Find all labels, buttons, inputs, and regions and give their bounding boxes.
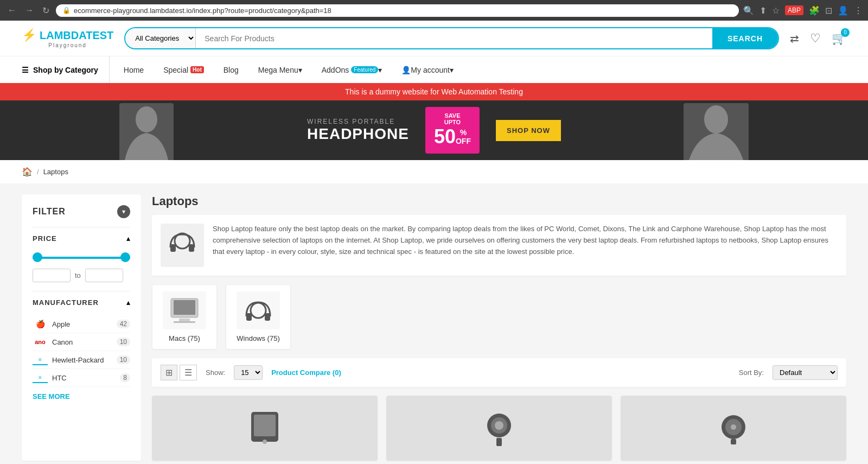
- products-toolbar: ⊞ ☰ Show: 15 Product Compare (0) Sort By…: [152, 358, 846, 387]
- product-thumb-2: [386, 396, 612, 461]
- show-select[interactable]: 15: [234, 365, 263, 380]
- banner-text: WIRELESS PORTABLE HEADPHONE: [307, 118, 409, 143]
- svg-rect-13: [254, 415, 276, 436]
- banner-sub-title: WIRELESS PORTABLE: [307, 118, 409, 125]
- manufacturer-item-htc[interactable]: ≡ HTC 8: [33, 369, 130, 387]
- search-input[interactable]: [196, 28, 712, 48]
- sidebar: FILTER ▾ PRICE ▴ 98 to 2000 MANUFACTURER…: [22, 194, 141, 461]
- price-range: 98 to 2000: [33, 252, 130, 282]
- breadcrumb-home-icon[interactable]: 🏠: [22, 167, 33, 177]
- hp-logo: ≡: [33, 354, 48, 365]
- hp-name: Hewlett-Packard: [52, 356, 104, 364]
- banner-percent-sign: %: [456, 128, 471, 137]
- content-area: Laptops Shop Laptop feature only the bes…: [141, 194, 846, 461]
- wishlist-button[interactable]: ♡: [810, 31, 821, 46]
- manufacturer-item-hp[interactable]: ≡ Hewlett-Packard 10: [33, 351, 130, 369]
- range-thumb-max[interactable]: [120, 252, 130, 262]
- manufacturer-item-apple[interactable]: 🍎 Apple 42: [33, 315, 130, 333]
- sort-select[interactable]: Default: [773, 365, 838, 380]
- browser-action-ext1[interactable]: ABP: [785, 5, 803, 15]
- shop-by-category[interactable]: ☰ Shop by Category: [22, 56, 110, 83]
- nav-special[interactable]: Special Hot: [155, 56, 213, 84]
- list-view-button[interactable]: ☰: [180, 365, 197, 380]
- hot-badge: Hot: [190, 66, 204, 73]
- windows-name: Windows (75): [237, 334, 279, 342]
- product-image-1: [243, 406, 286, 450]
- manufacturer-item-canon[interactable]: ano Canon 10: [33, 333, 130, 351]
- alert-bar: This is a dummy website for Web Automati…: [0, 83, 868, 100]
- filter-toggle-button[interactable]: ▾: [117, 205, 130, 218]
- product-compare-link[interactable]: Product Compare (0): [271, 368, 730, 377]
- macs-name: Macs (75): [169, 334, 200, 342]
- banner: WIRELESS PORTABLE HEADPHONE SAVEUPTO 50 …: [0, 100, 868, 160]
- nav-my-account[interactable]: 👤 My account ▾: [393, 56, 462, 84]
- svg-rect-22: [731, 439, 736, 444]
- logo-text: LAMBDATEST: [40, 29, 113, 42]
- product-card-3[interactable]: [621, 396, 846, 461]
- price-section-title: PRICE: [33, 234, 57, 243]
- category-image: [161, 224, 204, 267]
- svg-point-1: [704, 105, 728, 134]
- address-bar[interactable]: 🔒 ecommerce-playground.lambdatest.io/ind…: [56, 4, 739, 17]
- banner-percent: 50: [434, 125, 456, 148]
- cart-button[interactable]: 🛒 0: [832, 31, 846, 46]
- hp-count: 10: [117, 355, 130, 364]
- browser-action-avatar[interactable]: 👤: [838, 5, 848, 16]
- browser-action-ext3[interactable]: ⊡: [825, 5, 832, 16]
- svg-point-14: [263, 440, 267, 444]
- compare-button[interactable]: ⇄: [790, 32, 799, 45]
- browser-action-menu[interactable]: ⋮: [854, 5, 863, 16]
- refresh-button[interactable]: ↻: [40, 4, 52, 17]
- search-button[interactable]: SEARCH: [712, 28, 778, 48]
- site-header: ⚡ LAMBDATEST Playground All Categories S…: [0, 21, 868, 56]
- product-card-2[interactable]: [386, 396, 612, 461]
- shop-by-category-label: Shop by Category: [33, 66, 98, 74]
- svg-rect-18: [496, 438, 502, 446]
- browser-action-search[interactable]: 🔍: [743, 5, 754, 16]
- range-slider[interactable]: [33, 252, 130, 263]
- banner-off: OFF: [456, 137, 471, 145]
- svg-rect-7: [179, 319, 190, 321]
- windows-image: [237, 291, 280, 329]
- macs-svg: [168, 296, 201, 326]
- browser-action-ext2[interactable]: 🧩: [809, 5, 820, 16]
- search-bar: All Categories SEARCH: [124, 27, 779, 49]
- nav-addons[interactable]: AddOns Featured ▾: [313, 56, 391, 84]
- category-select[interactable]: All Categories: [125, 28, 196, 48]
- svg-point-0: [136, 106, 157, 132]
- price-max-input[interactable]: 2000: [85, 269, 123, 282]
- nav-mega-menu[interactable]: Mega Menu ▾: [250, 56, 311, 84]
- nav-blog[interactable]: Blog: [215, 56, 247, 84]
- windows-svg: [242, 296, 275, 326]
- back-button[interactable]: ←: [5, 4, 18, 16]
- sort-label: Sort By:: [739, 368, 764, 377]
- logo-sub: Playground: [48, 42, 87, 48]
- subcategory-windows[interactable]: Windows (75): [226, 284, 291, 349]
- product-image-2: [477, 406, 521, 450]
- forward-button[interactable]: →: [23, 4, 36, 16]
- filter-header: FILTER ▾: [33, 205, 130, 218]
- apple-name: Apple: [52, 320, 70, 328]
- product-card-1[interactable]: [152, 396, 378, 461]
- browser-action-share[interactable]: ⬆: [760, 5, 767, 16]
- range-thumb-min[interactable]: [33, 252, 42, 262]
- featured-badge: Featured: [351, 66, 378, 73]
- svg-rect-6: [174, 300, 195, 315]
- price-min-input[interactable]: 98: [33, 269, 71, 282]
- svg-rect-8: [174, 321, 195, 323]
- browser-actions: 🔍 ⬆ ☆ ABP 🧩 ⊡ 👤 ⋮: [743, 5, 863, 16]
- grid-view-button[interactable]: ⊞: [161, 365, 177, 380]
- logo-icon: ⚡: [22, 28, 36, 42]
- logo-area[interactable]: ⚡ LAMBDATEST Playground: [22, 28, 113, 48]
- svg-point-21: [731, 424, 736, 430]
- see-more-link[interactable]: SEE MORE: [33, 392, 130, 401]
- manufacturer-section-header[interactable]: MANUFACTURER ▴: [33, 291, 130, 311]
- nav-home[interactable]: Home: [115, 56, 152, 84]
- subcategory-macs[interactable]: Macs (75): [152, 284, 217, 349]
- category-description: Shop Laptop feature only the best laptop…: [152, 215, 846, 276]
- shop-now-button[interactable]: SHOP NOW: [496, 120, 561, 141]
- browser-action-star[interactable]: ☆: [772, 5, 780, 16]
- breadcrumb: 🏠 / Laptops: [0, 160, 868, 183]
- canon-logo: ano: [33, 336, 48, 347]
- price-section-header[interactable]: PRICE ▴: [33, 227, 130, 247]
